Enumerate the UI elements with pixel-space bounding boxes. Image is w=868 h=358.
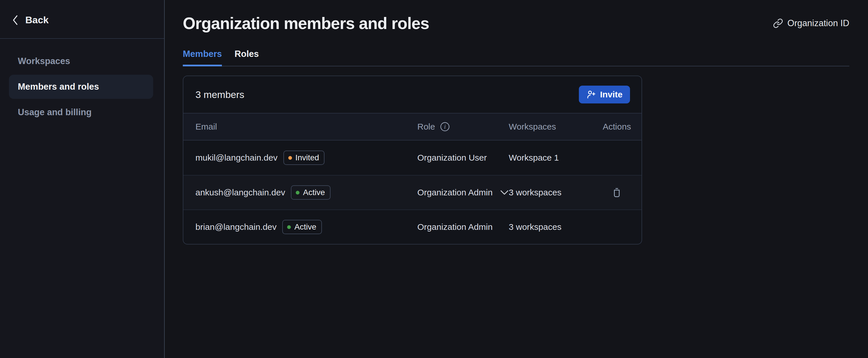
page-title: Organization members and roles	[183, 14, 429, 33]
invite-button[interactable]: Invite	[579, 86, 630, 103]
sidebar-item-workspaces[interactable]: Workspaces	[9, 49, 153, 73]
actions-cell	[603, 187, 630, 198]
tab-bar: Members Roles	[183, 49, 849, 66]
sidebar-nav: Workspaces Members and roles Usage and b…	[0, 39, 164, 124]
actions-cell	[603, 152, 630, 163]
email-cell: brian@langchain.dev Active	[195, 220, 417, 234]
status-label: Active	[303, 188, 325, 197]
page-header: Organization members and roles Organizat…	[183, 14, 849, 33]
invite-button-label: Invite	[600, 90, 623, 99]
sidebar-item-members-and-roles[interactable]: Members and roles	[9, 75, 153, 99]
member-workspaces: Workspace 1	[509, 153, 603, 163]
member-email: brian@langchain.dev	[195, 222, 277, 232]
role-cell[interactable]: Organization User	[417, 153, 509, 163]
role-cell[interactable]: Organization Admin	[417, 188, 509, 197]
status-dot-icon	[296, 191, 300, 195]
link-icon	[773, 18, 783, 28]
back-label: Back	[25, 14, 49, 26]
members-table-header: Email Role i Workspaces Actions	[183, 113, 642, 140]
member-row: mukil@langchain.dev Invited Organization…	[183, 140, 642, 175]
organization-id-button[interactable]: Organization ID	[773, 18, 849, 28]
members-card: 3 members Invite Email Role	[183, 75, 642, 245]
member-row: ankush@langchain.dev Active Organization…	[183, 175, 642, 209]
member-role: Organization Admin	[417, 222, 493, 232]
column-header-actions: Actions	[603, 122, 631, 132]
members-table-body: mukil@langchain.dev Invited Organization…	[183, 140, 642, 244]
email-cell: mukil@langchain.dev Invited	[195, 151, 417, 165]
member-role: Organization Admin	[417, 188, 493, 197]
member-email: mukil@langchain.dev	[195, 153, 278, 163]
main-content: Organization members and roles Organizat…	[165, 0, 868, 358]
status-dot-icon	[287, 225, 291, 229]
member-workspaces: 3 workspaces	[509, 222, 603, 232]
column-header-workspaces: Workspaces	[509, 122, 603, 132]
organization-id-label: Organization ID	[787, 18, 849, 28]
role-chevron-icon[interactable]	[500, 190, 509, 195]
role-cell[interactable]: Organization Admin	[417, 222, 509, 232]
member-email: ankush@langchain.dev	[195, 188, 285, 197]
column-header-role: Role i	[417, 122, 509, 132]
tab-members[interactable]: Members	[183, 49, 222, 66]
status-label: Invited	[296, 153, 319, 162]
status-label: Active	[294, 222, 316, 232]
sidebar-item-usage-and-billing[interactable]: Usage and billing	[9, 100, 153, 124]
svg-text:i: i	[444, 124, 446, 130]
actions-cell	[603, 222, 630, 232]
back-button[interactable]: Back	[0, 0, 164, 39]
status-badge: Active	[282, 220, 321, 234]
member-role: Organization User	[417, 153, 487, 163]
info-icon[interactable]: i	[440, 122, 450, 132]
tab-roles[interactable]: Roles	[235, 49, 259, 66]
members-card-header: 3 members Invite	[183, 76, 642, 113]
member-row: brian@langchain.dev Active Organization …	[183, 209, 642, 244]
status-badge: Invited	[283, 151, 325, 165]
column-header-email: Email	[195, 122, 417, 132]
delete-member-button[interactable]	[612, 187, 622, 198]
user-plus-icon	[586, 90, 596, 99]
email-cell: ankush@langchain.dev Active	[195, 185, 417, 200]
status-badge: Active	[291, 185, 330, 200]
member-workspaces: 3 workspaces	[509, 188, 603, 197]
member-count: 3 members	[195, 89, 244, 100]
chevron-left-icon	[12, 15, 19, 26]
status-dot-icon	[288, 156, 292, 160]
settings-sidebar: Back Workspaces Members and roles Usage …	[0, 0, 165, 358]
